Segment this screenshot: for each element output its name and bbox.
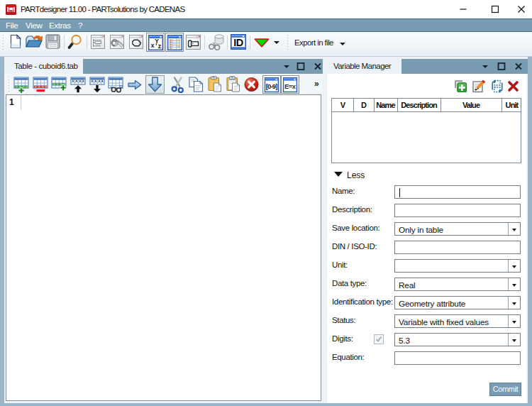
svg-text:x: x: [150, 42, 154, 49]
svg-text:E=x: E=x: [284, 82, 297, 89]
svg-text:ID: ID: [233, 37, 243, 48]
svg-text:[0-9]: [0-9]: [266, 82, 278, 89]
svg-text:z: z: [157, 43, 161, 50]
